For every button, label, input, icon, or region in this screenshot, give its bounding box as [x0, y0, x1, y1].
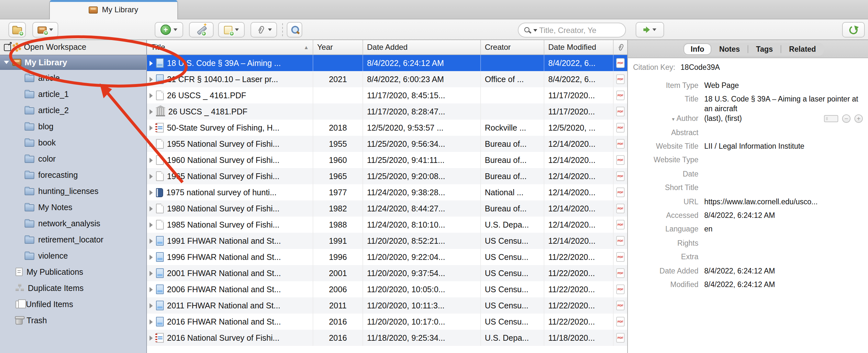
switch-field-mode-icon[interactable]	[824, 115, 838, 122]
field-row: Language en	[632, 225, 863, 239]
tab-my-library[interactable]: My Library	[49, 0, 178, 20]
table-row[interactable]: 21 CFR § 1040.10 – Laser pr... 2021 8/4/…	[147, 71, 627, 87]
sidebar-collection-item[interactable]: blog	[0, 118, 146, 135]
item-year: 2021	[313, 71, 363, 87]
item-date-modified: 11/22/2020...	[545, 297, 614, 314]
disclosure-right-icon[interactable]	[150, 93, 153, 98]
disclosure-right-icon[interactable]	[150, 254, 153, 259]
item-type-icon	[156, 284, 164, 294]
table-row[interactable]: 26 USCS _ 4181.PDF 11/17/2020, 8:28:47..…	[147, 103, 627, 119]
table-row[interactable]: 2016 National Survey of Fishi... 2016 11…	[147, 330, 627, 346]
new-library-button[interactable]	[32, 22, 58, 37]
field-value[interactable]: (last), (first)	[704, 114, 822, 124]
sidebar-collection-item[interactable]: color	[0, 151, 146, 167]
sidebar-collection-item[interactable]: article	[0, 70, 146, 86]
field-value[interactable]: 8/4/2022, 6:24:12 AM	[704, 211, 863, 220]
sidebar-collection-item[interactable]: My Notes	[0, 199, 146, 215]
sidebar-collection-item[interactable]: forecasting	[0, 167, 146, 183]
field-value[interactable]: Web Page	[704, 81, 863, 91]
add-author-button[interactable]: +	[855, 115, 863, 123]
sidebar-special-item[interactable]: Trash	[0, 312, 146, 328]
sidebar-collection-item[interactable]: article_1	[0, 86, 146, 102]
table-row[interactable]: 2011 FHWAR National and St... 2011 11/20…	[147, 297, 627, 314]
sync-button[interactable]	[842, 22, 865, 37]
table-row[interactable]: 1980 National Survey of Fishi... 1982 11…	[147, 201, 627, 217]
table-row[interactable]: 2006 FHWAR National and St... 2006 11/20…	[147, 281, 627, 297]
table-row[interactable]: 1955 National Survey of Fishi... 1955 11…	[147, 136, 627, 152]
disclosure-right-icon[interactable]	[150, 319, 153, 324]
column-header-date-added[interactable]: Date Added	[363, 40, 481, 54]
sidebar-item-my-library[interactable]: My Library	[0, 55, 146, 70]
tab-info[interactable]: Info	[684, 43, 711, 55]
table-row[interactable]: 50-State Survey of Fishing, H... 2018 12…	[147, 119, 627, 136]
disclosure-right-icon[interactable]	[150, 141, 153, 146]
column-header-creator[interactable]: Creator	[481, 40, 545, 54]
citation-key-value[interactable]: 18Code39A	[681, 63, 720, 71]
locate-arrow-icon	[643, 27, 650, 33]
disclosure-right-icon[interactable]	[150, 77, 153, 82]
remove-author-button[interactable]: −	[842, 115, 850, 123]
sidebar-special-item[interactable]: Duplicate Items	[0, 280, 146, 296]
disclosure-right-icon[interactable]	[150, 271, 153, 276]
table-row[interactable]: 2016 FHWAR National and St... 2016 11/20…	[147, 314, 627, 330]
advanced-search-button[interactable]	[287, 22, 302, 37]
add-by-identifier-button[interactable]	[189, 22, 214, 37]
disclosure-right-icon[interactable]	[150, 238, 153, 243]
field-value[interactable]: 8/4/2022, 6:24:12 AM	[704, 266, 863, 276]
field-value[interactable]: https://www.law.cornell.edu/usco...	[704, 197, 863, 207]
disclosure-right-icon[interactable]	[150, 190, 153, 195]
disclosure-right-icon[interactable]	[150, 287, 153, 292]
table-row[interactable]: 1985 National Survey of Fishi... 1988 11…	[147, 217, 627, 233]
disclosure-right-icon[interactable]	[150, 157, 153, 163]
item-date-added: 11/24/2020, 8:44:27...	[363, 201, 481, 217]
field-value[interactable]: 8/4/2022, 6:24:12 AM	[704, 280, 863, 290]
column-header-title[interactable]: Title ▲	[147, 40, 313, 54]
tab-related[interactable]: Related	[782, 43, 823, 55]
disclosure-right-icon[interactable]	[150, 109, 153, 114]
sidebar-collection-item[interactable]: network_analysis	[0, 215, 146, 232]
sidebar-collection-item[interactable]: violence	[0, 248, 146, 264]
disclosure-right-icon[interactable]	[150, 125, 153, 130]
collection-label: hunting_licenses	[38, 186, 98, 196]
sidebar-collection-item[interactable]: book	[0, 135, 146, 151]
search-input[interactable]: Title, Creator, Ye	[518, 23, 626, 37]
table-row[interactable]: 18 U.S. Code § 39A – Aiming ... 8/4/2022…	[147, 55, 627, 71]
magic-wand-icon	[196, 25, 207, 35]
disclosure-right-icon[interactable]	[150, 174, 153, 179]
sidebar-collection-item[interactable]: retirement_locator	[0, 232, 146, 248]
open-workspace-item[interactable]: Open Workspace	[0, 40, 146, 55]
tab-notes[interactable]: Notes	[713, 43, 746, 55]
sidebar-special-item[interactable]: Unfiled Items	[0, 296, 146, 312]
table-row[interactable]: 1996 FHWAR National and St... 1996 11/20…	[147, 249, 627, 265]
tab-tags[interactable]: Tags	[749, 43, 779, 55]
column-header-date-modified[interactable]: Date Modified	[545, 40, 614, 54]
sidebar-collection-item[interactable]: hunting_licenses	[0, 183, 146, 199]
new-item-button[interactable]	[155, 22, 183, 37]
table-row[interactable]: 1965 National Survey of Fishi... 1965 11…	[147, 168, 627, 184]
column-header-attachment[interactable]	[614, 40, 628, 54]
table-row[interactable]: 2001 FHWAR National and St... 2001 11/20…	[147, 265, 627, 281]
disclosure-right-icon[interactable]	[150, 335, 153, 341]
table-row[interactable]: 26 USCS _ 4161.PDF 11/17/2020, 8:45:15..…	[147, 87, 627, 103]
field-value[interactable]: LII / Legal Information Institute	[704, 142, 863, 151]
new-note-button[interactable]	[218, 22, 245, 37]
field-value[interactable]: en	[704, 225, 863, 234]
field-row: Accessed 8/4/2022, 6:24:12 AM	[632, 211, 863, 225]
new-collection-button[interactable]	[8, 22, 26, 37]
add-attachment-button[interactable]	[250, 22, 277, 37]
disclosure-right-icon[interactable]	[150, 303, 153, 308]
sidebar-special-item[interactable]: My Publications	[0, 264, 146, 280]
disclosure-right-icon[interactable]	[150, 206, 153, 211]
disclosure-down-icon[interactable]	[4, 61, 9, 64]
table-row[interactable]: 1991 FHWAR National and St... 1991 11/20…	[147, 233, 627, 249]
locate-button[interactable]	[636, 22, 664, 37]
disclosure-right-icon[interactable]	[150, 222, 153, 227]
table-row[interactable]: 1960 National Survey of Fishi... 1960 11…	[147, 152, 627, 168]
sidebar-collection-item[interactable]: article_2	[0, 102, 146, 118]
field-value[interactable]: 18 U.S. Code § 39A – Aiming a laser poin…	[704, 95, 863, 114]
disclosure-right-icon[interactable]	[150, 61, 153, 66]
item-type-icon	[156, 220, 164, 230]
table-row[interactable]: 1975 national survey of hunti... 1977 11…	[147, 184, 627, 201]
table-row-partial[interactable]	[147, 346, 627, 353]
column-header-year[interactable]: Year	[313, 40, 363, 54]
